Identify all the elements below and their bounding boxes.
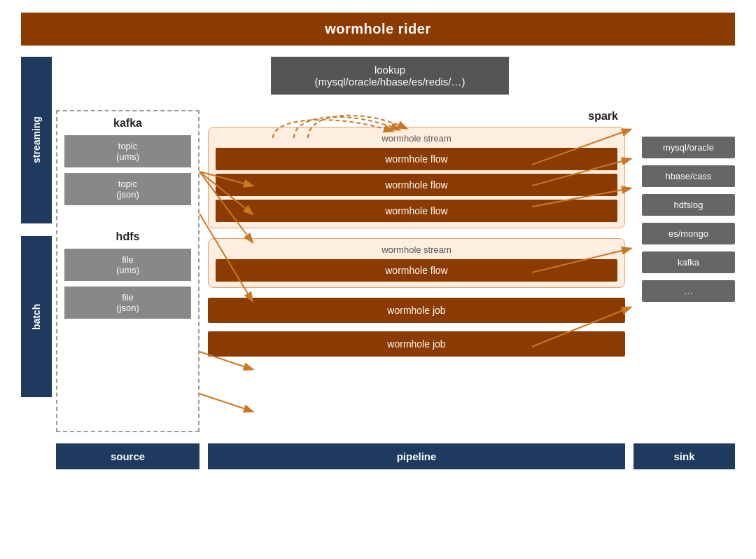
bottom-pipeline-label: pipeline xyxy=(208,443,625,469)
wh-flow-2a: wormhole flow xyxy=(216,259,617,282)
wormhole-stream-1: wormhole stream wormhole flow wormhole f… xyxy=(208,127,625,228)
source-area: kafka topic(ums) topic(json) hdfs file(u… xyxy=(56,110,200,432)
bottom-labels: source pipeline sink xyxy=(21,443,735,469)
hdfs-title: hdfs xyxy=(64,230,191,243)
kafka-title: kafka xyxy=(64,117,191,130)
wh-stream1-label: wormhole stream xyxy=(216,133,617,144)
svg-line-5 xyxy=(200,394,252,411)
wh-stream2-label: wormhole stream xyxy=(216,244,617,255)
hdfs-file-json: file(json) xyxy=(64,287,191,319)
wormhole-stream-2: wormhole stream wormhole flow xyxy=(208,238,625,288)
bottom-sink-label: sink xyxy=(634,443,735,469)
banner-title: wormhole rider xyxy=(325,21,430,36)
hdfs-file-ums: file(ums) xyxy=(64,249,191,281)
sink-hdfslog: hdfslog xyxy=(642,194,735,216)
batch-label: batch xyxy=(21,236,52,397)
wh-flow-1b: wormhole flow xyxy=(216,174,617,196)
sink-kafka: kafka xyxy=(642,251,735,273)
sink-dots: … xyxy=(642,280,735,302)
kafka-topic-ums: topic(ums) xyxy=(64,135,191,167)
wh-job-2: wormhole job xyxy=(208,331,625,357)
side-labels: streaming batch xyxy=(21,57,52,432)
wh-job-1: wormhole job xyxy=(208,298,625,323)
top-banner: wormhole rider xyxy=(21,13,735,46)
data-row: kafka topic(ums) topic(json) hdfs file(u… xyxy=(56,110,735,432)
sink-mysql-oracle: mysql/oracle xyxy=(642,137,735,158)
spark-label: spark xyxy=(208,110,625,123)
kafka-topic-json: topic(json) xyxy=(64,173,191,205)
lookup-box: lookup(mysql/oracle/hbase/es/redis/…) xyxy=(271,57,509,95)
sink-hbase-cass: hbase/cass xyxy=(642,165,735,187)
streaming-label: streaming xyxy=(21,57,52,223)
lookup-label: lookup(mysql/oracle/hbase/es/redis/…) xyxy=(314,64,465,88)
diagram-wrapper: wormhole rider streaming batch lookup(my… xyxy=(0,0,756,559)
pipeline-area: spark wormhole stream wormhole flow worm… xyxy=(200,110,634,432)
bottom-source-label: source xyxy=(56,443,200,469)
sink-area: mysql/oracle hbase/cass hdfslog es/mongo… xyxy=(634,110,735,432)
wh-flow-1c: wormhole flow xyxy=(216,200,617,222)
sink-es-mongo: es/mongo xyxy=(642,223,735,244)
wh-flow-1a: wormhole flow xyxy=(216,148,617,170)
